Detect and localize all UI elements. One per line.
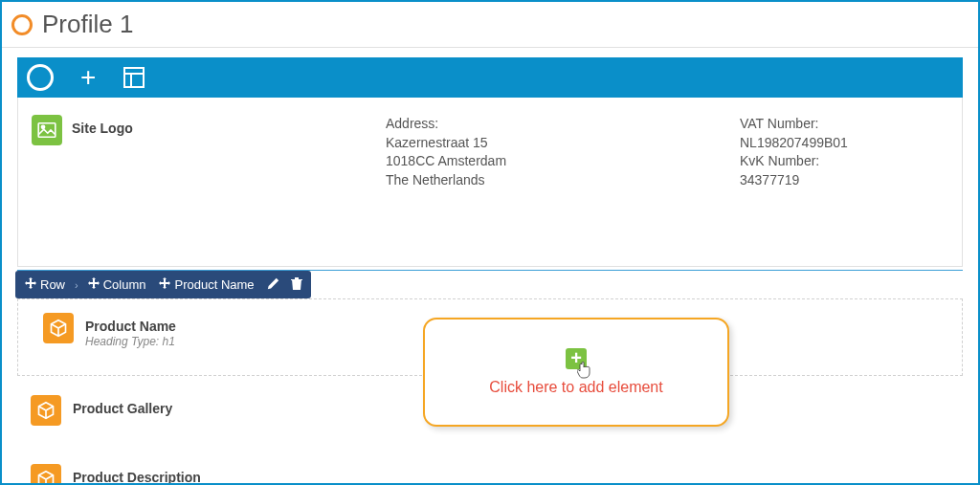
- delete-icon[interactable]: [286, 276, 307, 293]
- logo-circle-icon: [11, 14, 33, 35]
- address-label: Address:: [386, 115, 730, 134]
- element-product-description[interactable]: Product Description: [17, 445, 963, 485]
- cursor-icon: [577, 362, 592, 384]
- page-title: Profile 1: [42, 10, 133, 39]
- add-element-button[interactable]: +: [566, 348, 587, 369]
- breadcrumb-row-label: Row: [40, 277, 65, 292]
- svg-rect-3: [38, 123, 56, 137]
- breadcrumb-column[interactable]: Column: [82, 277, 152, 292]
- move-icon: [159, 277, 170, 292]
- layout-icon[interactable]: [122, 66, 145, 89]
- move-icon: [25, 277, 36, 292]
- add-element-callout: + Click here to add element: [423, 318, 729, 427]
- address-line2: 1018CC Amsterdam: [386, 152, 730, 171]
- address-line3: The Netherlands: [386, 171, 730, 190]
- add-icon[interactable]: +: [80, 64, 96, 91]
- edit-icon[interactable]: [262, 277, 284, 293]
- breadcrumb-column-label: Column: [103, 277, 146, 292]
- box-icon: [31, 395, 61, 426]
- kvk-label: KvK Number:: [740, 152, 848, 171]
- profile-circle-icon[interactable]: [27, 64, 54, 91]
- box-icon: [31, 464, 61, 485]
- info-panel: Site Logo Address: Kazernestraat 15 1018…: [17, 98, 963, 267]
- chevron-right-icon: ›: [73, 279, 80, 291]
- editor-toolbar: +: [17, 57, 963, 98]
- vat-value: NL198207499B01: [740, 134, 848, 153]
- image-icon[interactable]: [32, 115, 62, 145]
- vat-column: VAT Number: NL198207499B01 KvK Number: 3…: [740, 115, 848, 189]
- element-title: Product Description: [73, 470, 201, 485]
- element-text: Product Description: [73, 464, 201, 485]
- address-column: Address: Kazernestraat 15 1018CC Amsterd…: [386, 115, 730, 189]
- callout-text: Click here to add element: [489, 379, 662, 396]
- address-line1: Kazernestraat 15: [386, 134, 730, 153]
- breadcrumb-row[interactable]: Row: [19, 277, 71, 292]
- svg-rect-0: [124, 68, 144, 87]
- vat-label: VAT Number:: [740, 115, 848, 134]
- breadcrumb-element[interactable]: Product Name: [153, 277, 259, 292]
- element-text: Product Gallery: [73, 395, 172, 416]
- site-logo-label: Site Logo: [72, 115, 133, 136]
- element-breadcrumb: Row › Column Product Name: [15, 271, 311, 298]
- logo-column: Site Logo: [32, 115, 376, 189]
- element-title: Product Name: [85, 319, 176, 334]
- move-icon: [88, 277, 100, 292]
- element-title: Product Gallery: [73, 401, 172, 416]
- page-header: Profile 1: [2, 2, 978, 48]
- breadcrumb-element-label: Product Name: [174, 277, 254, 292]
- box-icon: [43, 313, 74, 343]
- element-text: Product Name Heading Type: h1: [85, 313, 176, 348]
- svg-point-4: [41, 125, 44, 128]
- kvk-value: 34377719: [740, 171, 848, 190]
- element-subtitle: Heading Type: h1: [85, 335, 176, 348]
